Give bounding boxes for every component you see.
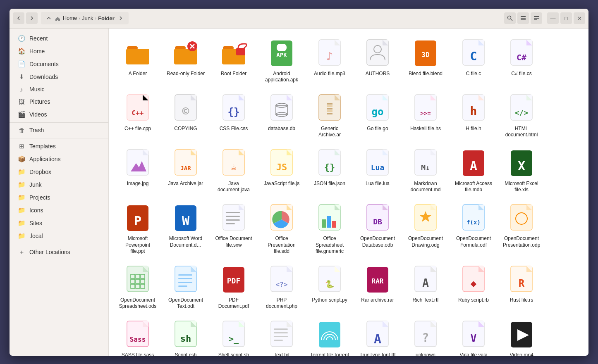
- file-item-office-doc-sxw[interactable]: Office Document file.sxw: [211, 200, 256, 258]
- java-doc-icon: ☕: [219, 149, 248, 178]
- file-item-markdown-doc[interactable]: M↓Markdown document.md: [403, 145, 448, 197]
- sidebar-item-icons[interactable]: 📁Icons: [11, 204, 107, 216]
- maximize-button[interactable]: □: [560, 12, 572, 24]
- file-item-python-script[interactable]: 🐍Python script.py: [307, 262, 352, 313]
- file-item-office-spreadsheet[interactable]: Office Spreadsheet file.gnumeric: [307, 200, 352, 258]
- file-item-shell-script[interactable]: >_Shell script.sh: [211, 316, 256, 355]
- file-item-html-doc[interactable]: </>HTML document.html: [499, 90, 544, 142]
- other-locations-icon: ＋: [18, 248, 25, 256]
- file-item-php-doc[interactable]: <?>PHP document.php: [259, 262, 304, 313]
- file-item-ms-word[interactable]: WMicrosoft Word Document.d…: [163, 200, 208, 258]
- svg-text:h: h: [470, 105, 477, 118]
- file-item-vala-file[interactable]: VVala file.vala: [451, 316, 496, 355]
- css-file-icon: {}: [219, 94, 248, 123]
- breadcrumb-home[interactable]: Home: [55, 15, 77, 21]
- svg-point-0: [508, 16, 511, 19]
- go-file-label: Go file.go: [367, 126, 388, 132]
- forward-button[interactable]: [26, 12, 38, 24]
- file-item-authors[interactable]: AUTHORS: [355, 35, 400, 87]
- menu-button[interactable]: [531, 12, 542, 24]
- file-item-odf-drawing[interactable]: OpenDocument Drawing.odg: [403, 200, 448, 258]
- file-item-rust-file[interactable]: RRust file.rs: [499, 262, 544, 313]
- file-item-ruby-script[interactable]: ◆Ruby script.rb: [451, 262, 496, 313]
- file-item-lua-file[interactable]: LuaLua file.lua: [355, 145, 400, 197]
- list-view-button[interactable]: [517, 12, 529, 24]
- file-item-audio-mp3[interactable]: ♪Audio file.mp3: [307, 35, 352, 87]
- file-item-unknown-file[interactable]: ?unknown: [403, 316, 448, 355]
- file-item-sass-file[interactable]: SassSASS file.sass: [115, 316, 160, 355]
- file-item-script-csh[interactable]: shScript.csh: [163, 316, 208, 355]
- sidebar-item-sites[interactable]: 📁Sites: [11, 217, 107, 229]
- ms-excel-icon: X: [507, 149, 536, 178]
- svg-text:Lua: Lua: [371, 163, 385, 172]
- file-item-pdf-doc[interactable]: PDFPDF Document.pdf: [211, 262, 256, 313]
- file-item-read-only-folder[interactable]: Read-only Folder: [163, 35, 208, 87]
- file-item-truetype-font[interactable]: ATrueType font.ttf: [355, 316, 400, 355]
- file-item-cpp-file[interactable]: C++C++ file.cpp: [115, 90, 160, 142]
- back-button[interactable]: [13, 12, 24, 24]
- file-item-ms-excel[interactable]: XMicrosoft Excel file.xls: [499, 145, 544, 197]
- sidebar-item-applications[interactable]: 📦Applications: [11, 153, 107, 165]
- file-item-csharp-file[interactable]: C#C# file.cs: [499, 35, 544, 87]
- sidebar-item-videos[interactable]: 🎬Videos: [11, 108, 107, 121]
- breadcrumb-next-button[interactable]: [116, 14, 125, 23]
- sidebar-item-music[interactable]: ♪Music: [11, 83, 107, 95]
- sidebar-item-projects[interactable]: 📁Projects: [11, 191, 107, 204]
- breadcrumb-up-button[interactable]: [44, 14, 53, 23]
- file-item-office-presentation[interactable]: Office Presentation file.sdd: [259, 200, 304, 258]
- file-item-haskell-file[interactable]: >>=Haskell file.hs: [403, 90, 448, 142]
- file-item-image-jpg[interactable]: Image.jpg: [115, 145, 160, 197]
- image-jpg-label: Image.jpg: [127, 181, 149, 187]
- file-item-torrent-file[interactable]: Torrent file.torrent: [307, 316, 352, 355]
- sidebar-item-trash[interactable]: 🗑Trash: [11, 124, 107, 136]
- unknown-file-label: unknown: [416, 352, 435, 355]
- file-item-a-folder[interactable]: A Folder: [115, 35, 160, 87]
- office-spreadsheet-label: Office Spreadsheet file.gnumeric: [310, 236, 349, 255]
- script-csh-label: Script.csh: [175, 352, 197, 355]
- file-item-copying[interactable]: ©COPYING: [163, 90, 208, 142]
- sidebar-item-documents[interactable]: 📄Documents: [11, 58, 107, 70]
- file-item-ms-ppt[interactable]: PMicrosoft Powerpoint file.ppt: [115, 200, 160, 258]
- minimize-button[interactable]: —: [547, 12, 559, 24]
- breadcrumb-junk[interactable]: Junk: [82, 15, 93, 21]
- sidebar-item-local[interactable]: 📁.local: [11, 230, 107, 242]
- file-item-js-file[interactable]: JSJavaScript file.js: [259, 145, 304, 197]
- file-item-ms-access[interactable]: AMicrosoft Access file.mdb: [451, 145, 496, 197]
- file-item-android-apk[interactable]: APKAndroid application.apk: [259, 35, 304, 87]
- sidebar-item-templates[interactable]: ⊞Templates: [11, 140, 107, 152]
- file-item-root-folder[interactable]: Root Folder: [211, 35, 256, 87]
- sidebar-item-home[interactable]: 🏠Home: [11, 45, 107, 57]
- sidebar-item-junk[interactable]: 📁Junk: [11, 178, 107, 191]
- file-item-rar-archive[interactable]: RARRar archive.rar: [355, 262, 400, 313]
- file-item-go-file[interactable]: goGo file.go: [355, 90, 400, 142]
- file-item-text-txt[interactable]: Text.txt: [259, 316, 304, 355]
- titlebar-actions: [504, 12, 542, 24]
- file-item-json-file[interactable]: {}JSON file.json: [307, 145, 352, 197]
- search-button[interactable]: [504, 12, 516, 24]
- file-item-java-doc[interactable]: ☕Java document.java: [211, 145, 256, 197]
- sidebar-item-downloads[interactable]: ⬇Downloads: [11, 71, 107, 83]
- file-item-odf-presentation[interactable]: OpenDocument Presentation.odp: [499, 200, 544, 258]
- sidebar-item-other-locations[interactable]: ＋Other Locations: [11, 246, 107, 259]
- odf-drawing-icon: [411, 204, 440, 233]
- file-item-blend-file[interactable]: 3DBlend file.blend: [403, 35, 448, 87]
- file-item-database-db[interactable]: database.db: [259, 90, 304, 142]
- svg-rect-60: [327, 103, 332, 105]
- file-item-odf-database[interactable]: DBOpenDocument Database.odb: [355, 200, 400, 258]
- file-item-java-archive[interactable]: JARJava Archive.jar: [163, 145, 208, 197]
- file-item-odf-text[interactable]: OpenDocument Text.odt: [163, 262, 208, 313]
- odf-spreadsheet-icon: [123, 266, 152, 295]
- sidebar-item-recent[interactable]: 🕐Recent: [11, 32, 107, 45]
- sidebar-item-dropbox[interactable]: 📁Dropbox: [11, 166, 107, 178]
- file-item-video-mp4[interactable]: Video.mp4: [499, 316, 544, 355]
- file-item-rtf-file[interactable]: ARich Text.rtf: [403, 262, 448, 313]
- sidebar-item-pictures[interactable]: 🖼Pictures: [11, 96, 107, 108]
- file-item-c-file[interactable]: CC file.c: [451, 35, 496, 87]
- file-item-odf-spreadsheet[interactable]: OpenDocument Spreadsheet.ods: [115, 262, 160, 313]
- close-button[interactable]: ✕: [574, 12, 585, 24]
- breadcrumb-folder[interactable]: Folder: [98, 15, 115, 21]
- file-item-h-file[interactable]: hH file.h: [451, 90, 496, 142]
- file-item-odf-formula[interactable]: f(x)OpenDocument Formula.odf: [451, 200, 496, 258]
- file-item-generic-archive[interactable]: Generic Archive.ar: [307, 90, 352, 142]
- file-item-css-file[interactable]: {}CSS File.css: [211, 90, 256, 142]
